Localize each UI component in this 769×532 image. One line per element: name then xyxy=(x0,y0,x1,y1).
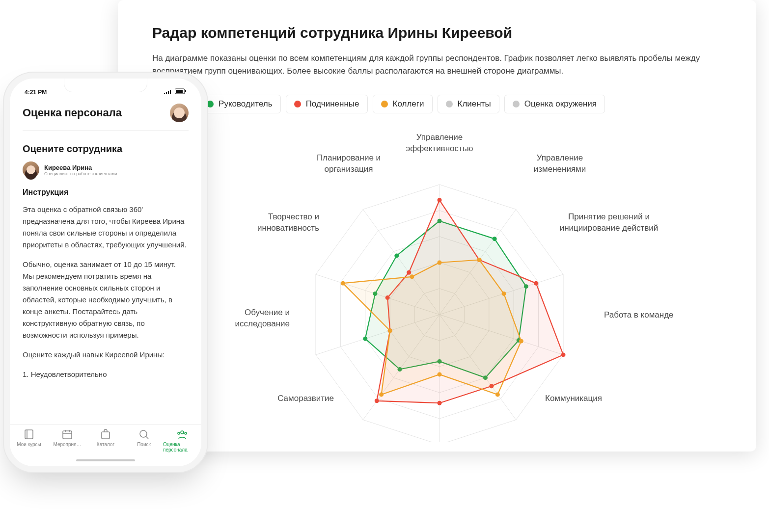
legend-item[interactable]: Руководитель xyxy=(198,95,281,113)
section-title: Оцените сотрудника xyxy=(23,143,189,155)
svg-point-53 xyxy=(185,432,187,434)
svg-point-17 xyxy=(363,336,367,341)
instructions-paragraph: Оцените каждый навык Киреевой Ирины: xyxy=(23,349,189,361)
tab-label: Оценка персонала xyxy=(163,442,201,452)
svg-point-30 xyxy=(438,260,442,265)
svg-point-25 xyxy=(438,400,442,405)
axis-label: Управление эффективностью xyxy=(388,132,491,155)
employee-role: Специалист по работе с клиентами xyxy=(44,171,117,176)
legend-item[interactable]: Коллеги xyxy=(373,95,433,113)
radar-chart: Управление эффективностью Управление изм… xyxy=(152,128,732,442)
svg-point-33 xyxy=(519,339,523,343)
employee-avatar xyxy=(23,161,39,178)
svg-point-32 xyxy=(502,292,506,296)
page-title: Радар компетенций сотрудника Ирины Кирее… xyxy=(152,25,732,41)
competency-radar-card: Радар компетенций сотрудника Ирины Кирее… xyxy=(118,0,756,452)
svg-point-35 xyxy=(438,372,442,376)
legend-swatch xyxy=(294,101,301,107)
status-bar: 4:21 PM xyxy=(10,85,201,98)
svg-point-11 xyxy=(493,237,497,241)
svg-rect-49 xyxy=(102,432,110,439)
legend-swatch xyxy=(381,101,388,107)
tab-label: Поиск xyxy=(137,442,151,447)
legend-swatch xyxy=(207,101,214,107)
rating-item: 1. Неудовлетворительно xyxy=(23,369,189,380)
tab-label: Каталог xyxy=(97,442,114,447)
legend-swatch xyxy=(513,101,520,107)
svg-point-34 xyxy=(495,392,500,397)
svg-rect-41 xyxy=(166,92,167,94)
legend-item[interactable]: Подчиненные xyxy=(286,95,368,113)
phone-content: Оценка персонала Оцените сотрудника Кире… xyxy=(10,98,201,421)
page-description: На диаграмме показаны оценки по всем ком… xyxy=(152,52,732,78)
search-icon xyxy=(138,428,150,440)
battery-icon xyxy=(175,88,187,96)
bag-icon xyxy=(100,428,111,440)
legend-item[interactable]: Оценка окружения xyxy=(504,95,605,113)
instructions-title: Инструкция xyxy=(23,188,189,197)
phone-header-title: Оценка персонала xyxy=(23,106,122,119)
home-indicator xyxy=(76,459,135,461)
instructions-paragraph: Обычно, оценка занимает от 10 до 15 мину… xyxy=(23,259,189,341)
signal-icon xyxy=(164,89,172,96)
legend-swatch xyxy=(446,101,453,107)
svg-rect-46 xyxy=(185,90,186,92)
legend-label: Коллеги xyxy=(393,99,424,109)
calendar-icon xyxy=(61,428,73,440)
people-icon xyxy=(176,428,188,440)
employee-name: Киреева Ирина xyxy=(44,164,117,171)
svg-rect-45 xyxy=(176,90,183,93)
svg-point-38 xyxy=(341,281,345,285)
legend-item[interactable]: Клиенты xyxy=(438,95,499,113)
axis-label: Саморазвитие xyxy=(236,393,334,404)
svg-point-31 xyxy=(477,258,481,262)
user-avatar[interactable] xyxy=(170,104,189,122)
svg-point-26 xyxy=(375,399,379,403)
svg-point-36 xyxy=(379,392,384,397)
book-icon xyxy=(23,428,35,440)
svg-point-52 xyxy=(178,432,180,434)
svg-point-37 xyxy=(388,328,392,333)
svg-rect-48 xyxy=(63,431,72,439)
axis-label: Управление изменениями xyxy=(511,153,609,175)
employee-row[interactable]: Киреева Ирина Специалист по работе с кли… xyxy=(23,161,189,178)
axis-label: Коммуникация xyxy=(545,393,643,404)
axis-label: Принятие решений и инициирование действи… xyxy=(545,212,673,234)
svg-point-51 xyxy=(181,431,184,434)
phone-header: Оценка персонала xyxy=(23,104,189,131)
legend-label: Руководитель xyxy=(219,99,273,109)
phone-tab-bar: Мои курсыМероприя…КаталогПоискОценка пер… xyxy=(10,424,201,466)
instructions-paragraph: Эта оценка с обратной связью 360' предна… xyxy=(23,204,189,251)
chart-legend: оценкаРуководительПодчиненныеКоллегиКлие… xyxy=(152,95,732,113)
status-time: 4:21 PM xyxy=(25,89,47,96)
svg-rect-43 xyxy=(170,90,171,94)
legend-label: Подчиненные xyxy=(306,99,359,109)
tab-book[interactable]: Мои курсы xyxy=(10,428,48,447)
svg-point-29 xyxy=(407,270,411,274)
phone-mockup: 4:21 PM Оценка персонала Оцените сотрудн… xyxy=(10,79,201,466)
axis-label: Работа в команде xyxy=(604,310,702,321)
svg-point-23 xyxy=(561,352,566,357)
axis-label: Творчество и инновативность xyxy=(221,212,319,234)
tab-calendar[interactable]: Мероприя… xyxy=(48,428,86,447)
legend-label: Оценка окружения xyxy=(524,99,597,109)
svg-rect-42 xyxy=(168,91,169,94)
svg-rect-47 xyxy=(25,430,33,439)
svg-point-39 xyxy=(410,274,414,279)
tab-label: Мероприя… xyxy=(53,442,81,447)
axis-label: Обучение и исследование xyxy=(201,307,290,330)
svg-point-22 xyxy=(534,281,538,285)
axis-label: Планирование и организация xyxy=(300,153,398,175)
svg-point-19 xyxy=(394,253,399,258)
svg-point-20 xyxy=(438,198,442,202)
tab-people[interactable]: Оценка персонала xyxy=(163,428,201,452)
tab-search[interactable]: Поиск xyxy=(125,428,163,447)
svg-point-50 xyxy=(140,430,147,437)
legend-label: Клиенты xyxy=(458,99,491,109)
svg-rect-40 xyxy=(164,93,165,94)
tab-label: Мои курсы xyxy=(17,442,41,447)
tab-bag[interactable]: Каталог xyxy=(86,428,125,447)
